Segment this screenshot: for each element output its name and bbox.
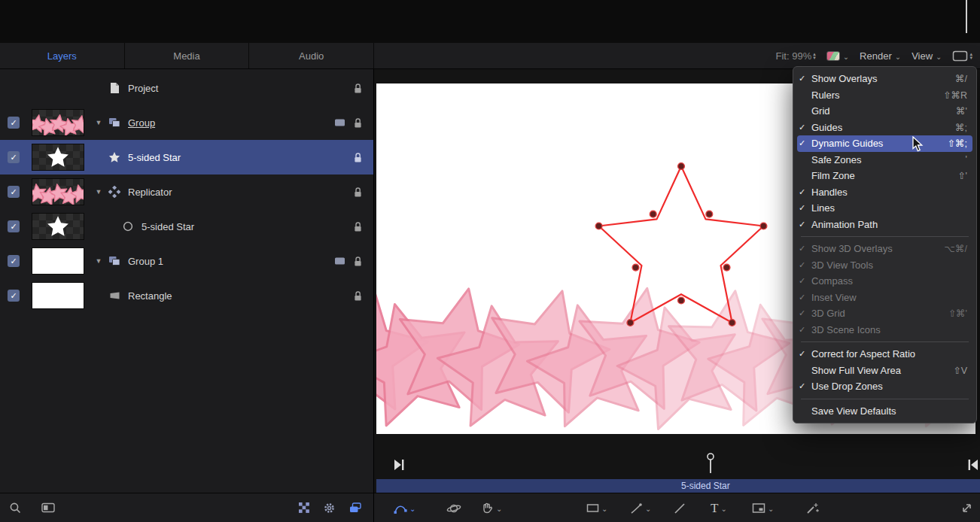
- disclosure-triangle[interactable]: ▼: [93, 188, 104, 196]
- menu-item-lines[interactable]: ✓ Lines: [793, 200, 976, 217]
- fit-label: Fit:: [775, 50, 789, 62]
- timeline-clip-label: 5-sided Star: [681, 481, 730, 491]
- lock-icon[interactable]: [353, 221, 363, 232]
- menu-item-rulers[interactable]: ✓ Rulers ⇧⌘R: [793, 87, 976, 104]
- menu-item-animation-path[interactable]: ✓ Animation Path: [793, 217, 976, 233]
- view-menu-button[interactable]: View ⌄: [912, 50, 942, 62]
- bezier-tool[interactable]: ⌄: [394, 493, 415, 522]
- menu-item-3d-view-tools[interactable]: ✓ 3D View Tools: [793, 257, 976, 274]
- layer-row-group-1[interactable]: ✓ ▼ Group 1: [0, 244, 373, 278]
- lock-icon[interactable]: [353, 256, 363, 267]
- menu-item-handles[interactable]: ✓ Handles: [793, 184, 976, 201]
- layer-visibility-checkbox[interactable]: ✓: [8, 220, 20, 232]
- hand-tool[interactable]: ⌄: [481, 493, 502, 522]
- layer-row-group[interactable]: ✓ ▼ Group: [0, 105, 373, 140]
- display-selector[interactable]: ▴▾: [952, 50, 972, 62]
- display-toggle-icon[interactable]: [334, 256, 345, 266]
- play-range-in-marker[interactable]: [394, 459, 405, 471]
- checkmark-icon: ✓: [799, 74, 811, 83]
- tab-audio[interactable]: Audio: [249, 43, 374, 68]
- menu-item-show-full-view-area[interactable]: ✓ Show Full View Area ⇧V: [793, 363, 976, 379]
- chevron-down-icon: ⌄: [409, 505, 415, 513]
- layers-panel: Project ✓ ▼: [0, 69, 374, 493]
- menu-item-dynamic-guides[interactable]: ✓ Dynamic Guides ⇧⌘;: [797, 135, 972, 152]
- lock-icon[interactable]: [353, 290, 363, 302]
- layer-thumbnail: [32, 247, 84, 275]
- replicator-icon: [107, 185, 122, 199]
- layer-visibility-checkbox[interactable]: ✓: [8, 255, 20, 267]
- circle-icon: [120, 220, 135, 233]
- menu-item-show-overlays[interactable]: ✓ Show Overlays ⌘/: [793, 71, 976, 87]
- layer-thumbnail: [32, 178, 84, 205]
- menu-item-film-zone[interactable]: ✓ Film Zone ⇧': [793, 168, 976, 184]
- layer-name: Rectangle: [128, 290, 172, 302]
- orbit-tool[interactable]: [446, 493, 461, 522]
- chevron-down-icon: ⌄: [601, 505, 607, 513]
- project-file-icon: [107, 81, 122, 95]
- disclosure-triangle[interactable]: ▼: [93, 257, 104, 265]
- checkerboard-icon[interactable]: [299, 502, 309, 513]
- tab-layers[interactable]: Layers: [0, 43, 125, 68]
- thumbnail-view-icon[interactable]: [41, 502, 55, 513]
- line-tool[interactable]: [674, 493, 686, 522]
- layer-name: Group: [128, 117, 155, 129]
- header-row: Layers Media Audio Fit: 99% ▴▾ ⌄ Render …: [0, 43, 980, 69]
- gear-icon[interactable]: [323, 502, 336, 514]
- render-menu-button[interactable]: Render ⌄: [860, 50, 901, 62]
- layer-row-5-sided-star[interactable]: ✓ 5-sided Star: [0, 140, 373, 175]
- selected-star-outline: [595, 163, 767, 326]
- disclosure-triangle[interactable]: ▼: [93, 119, 104, 126]
- playhead-marker[interactable]: [705, 453, 716, 474]
- layer-visibility-checkbox[interactable]: ✓: [8, 117, 20, 129]
- rectangle-tool[interactable]: ⌄: [586, 493, 607, 522]
- tab-media[interactable]: Media: [125, 43, 250, 68]
- menu-item-correct-for-aspect-ratio[interactable]: ✓ Correct for Aspect Ratio: [793, 346, 976, 363]
- color-well-control[interactable]: ⌄: [826, 51, 849, 61]
- fit-stepper-icon[interactable]: ▴▾: [813, 52, 816, 59]
- search-icon[interactable]: [9, 502, 22, 514]
- canvas-toolbar: Fit: 99% ▴▾ ⌄ Render ⌄ View ⌄ ▴▾: [775, 43, 972, 68]
- lock-icon[interactable]: [353, 187, 363, 198]
- chevron-down-icon: ⌄: [936, 53, 942, 61]
- lock-icon[interactable]: [353, 152, 363, 163]
- layer-thumbnail: [32, 109, 84, 136]
- lock-icon[interactable]: [353, 117, 363, 129]
- frame-tool[interactable]: ⌄: [752, 493, 774, 522]
- layers-stack-icon[interactable]: [349, 502, 361, 513]
- color-well-icon: [826, 51, 840, 61]
- display-toggle-icon[interactable]: [334, 118, 345, 127]
- motion-window: Layers Media Audio Fit: 99% ▴▾ ⌄ Render …: [0, 0, 980, 522]
- menu-item-show-3d-overlays[interactable]: ✓ Show 3D Overlays ⌥⌘/: [793, 241, 976, 257]
- resize-corner-icon[interactable]: [961, 493, 972, 522]
- display-icon: [952, 50, 968, 62]
- timeline-clip-bar[interactable]: 5-sided Star: [376, 479, 980, 493]
- layer-row-project[interactable]: Project: [0, 71, 373, 105]
- menu-separator: [801, 399, 969, 399]
- menu-item-compass[interactable]: ✓ Compass: [793, 273, 976, 290]
- play-range-out-marker[interactable]: [967, 459, 978, 471]
- menu-item-use-drop-zones[interactable]: ✓ Use Drop Zones: [793, 378, 976, 395]
- checkmark-icon: ✓: [799, 293, 811, 302]
- layer-row-replicator[interactable]: ✓ ▼ Replicator: [0, 175, 373, 209]
- paint-stroke-tool[interactable]: ⌄: [630, 493, 651, 522]
- display-stepper-icon: ▴▾: [969, 52, 972, 59]
- layer-visibility-checkbox[interactable]: ✓: [8, 186, 20, 198]
- layer-row-replicator-cell[interactable]: ✓ 5-sided Star: [0, 209, 373, 244]
- layer-visibility-checkbox[interactable]: ✓: [8, 290, 20, 302]
- text-tool[interactable]: T ⌄: [711, 493, 727, 522]
- adjust-wand-tool[interactable]: [806, 493, 820, 522]
- menu-item-grid[interactable]: ✓ Grid ⌘': [793, 103, 976, 120]
- lock-icon[interactable]: [353, 83, 363, 94]
- layer-visibility-checkbox[interactable]: ✓: [8, 151, 20, 163]
- fit-control[interactable]: Fit: 99% ▴▾: [775, 50, 815, 62]
- menu-item-inset-view[interactable]: ✓ Inset View: [793, 290, 976, 306]
- menu-item-safe-zones[interactable]: ✓ Safe Zones ': [793, 152, 976, 168]
- checkmark-icon: ✓: [799, 349, 811, 359]
- layer-row-rectangle[interactable]: ✓ Rectangle: [0, 278, 373, 313]
- menu-item-3d-scene-icons[interactable]: ✓ 3D Scene Icons: [793, 322, 976, 338]
- menu-item-save-view-defaults[interactable]: ✓ Save View Defaults: [793, 403, 976, 420]
- menu-item-3d-grid[interactable]: ✓ 3D Grid ⇧⌘': [793, 305, 976, 322]
- menu-item-guides[interactable]: ✓ Guides ⌘;: [793, 120, 976, 136]
- layer-name: 5-sided Star: [142, 221, 194, 232]
- checkmark-icon: ✓: [799, 381, 811, 391]
